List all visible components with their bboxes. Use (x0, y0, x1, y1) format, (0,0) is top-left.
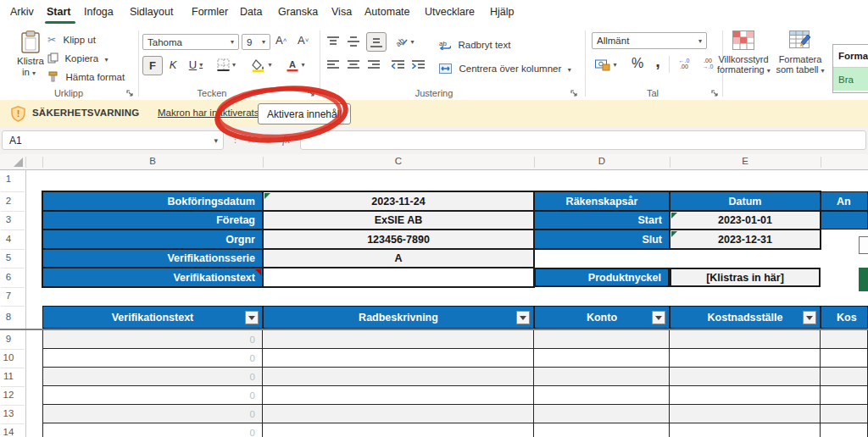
cell-D6[interactable]: Produktnyckel (534, 268, 670, 287)
cell-style-item[interactable]: Forma (833, 45, 868, 68)
cancel-icon[interactable]: ✕ (247, 134, 256, 147)
cell-E6[interactable]: [Klistras in här] (670, 268, 821, 287)
tab-visa[interactable]: Visa (331, 6, 352, 18)
cell-E10[interactable] (670, 349, 821, 368)
cell-E11[interactable] (670, 368, 821, 386)
row-header-7[interactable]: 7 (0, 290, 17, 301)
cell-D2[interactable]: Räkenskapsår (534, 191, 670, 211)
cell-F2-partial[interactable]: An (821, 191, 868, 211)
column-header-E[interactable]: E (670, 156, 821, 166)
increase-decimal-button[interactable]: ←.0.00 (675, 58, 693, 69)
cell-E4[interactable]: 2023-12-31 (670, 230, 821, 249)
column-header-C[interactable]: C (263, 156, 534, 166)
cell-F9[interactable] (821, 330, 868, 349)
cut-button[interactable]: ✂ Klipp ut (47, 31, 96, 47)
namebox-splitter-icon[interactable]: ⋮ (231, 134, 240, 145)
fill-color-button[interactable] (248, 56, 276, 74)
cell-C10[interactable] (263, 349, 534, 368)
align-middle-button[interactable] (346, 34, 361, 49)
cell-D12[interactable] (534, 386, 670, 405)
paste-button[interactable]: Klistra in (12, 30, 49, 85)
cell-C3[interactable]: ExSIE AB (263, 211, 534, 230)
tab-automate[interactable]: Automate (364, 6, 410, 18)
column-header-D[interactable]: D (534, 156, 670, 166)
increase-indent-button[interactable] (410, 58, 426, 73)
italic-button[interactable]: K (166, 56, 180, 74)
filter-dropdown-icon[interactable] (516, 311, 530, 324)
cell-D10[interactable] (534, 349, 670, 368)
cell-F11[interactable] (821, 368, 868, 386)
underline-button[interactable]: U (185, 56, 207, 74)
cell-C13[interactable] (263, 405, 534, 423)
cell-E12[interactable] (670, 386, 821, 405)
number-dialog-launcher-icon[interactable] (710, 89, 719, 97)
grow-font-button[interactable]: A˄ (275, 34, 287, 47)
table-header-verifikationstext[interactable]: Verifikationstext (42, 306, 263, 329)
row-header-6[interactable]: 6 (0, 272, 17, 282)
table-header-konto[interactable]: Konto (534, 306, 670, 329)
row-header-11[interactable]: 11 (0, 371, 17, 381)
row-header-14[interactable]: 14 (0, 427, 17, 437)
table-header-kostnadsstalle[interactable]: Kostnadsställe (670, 306, 821, 329)
conditional-formatting-button[interactable]: Villkorsstyrd formatering (717, 30, 770, 75)
row-header-4[interactable]: 4 (0, 234, 17, 244)
row-header-13[interactable]: 13 (0, 408, 17, 418)
borders-button[interactable] (214, 56, 239, 74)
font-color-button[interactable]: A (283, 56, 309, 74)
accounting-format-button[interactable] (592, 56, 620, 73)
cell-B10[interactable]: 0 (42, 349, 263, 368)
cell-D11[interactable] (534, 368, 670, 386)
merge-center-button[interactable]: Centrera över kolumner (439, 60, 571, 75)
cell-D3[interactable]: Start (534, 211, 670, 230)
tab-utvecklare[interactable]: Utvecklare (425, 6, 475, 18)
cell-F12[interactable] (821, 386, 868, 405)
cell-C6[interactable] (263, 268, 534, 287)
wrap-text-button[interactable]: ab Radbryt text (439, 36, 510, 52)
row-header-1[interactable]: 1 (0, 174, 17, 184)
filter-dropdown-icon[interactable] (652, 311, 665, 324)
cell-B4[interactable]: Orgnr (42, 230, 263, 249)
cell-C5[interactable]: A (263, 249, 534, 268)
alignment-dialog-launcher-icon[interactable] (570, 89, 578, 97)
filter-dropdown-icon[interactable] (245, 311, 259, 324)
decrease-indent-button[interactable] (390, 58, 405, 73)
name-box[interactable]: A1▾ (2, 130, 224, 150)
font-family-select[interactable]: Tahoma▾ (142, 34, 239, 50)
cell-D13[interactable] (534, 405, 670, 423)
cell-B3[interactable]: Företag (42, 211, 263, 230)
row-header-5[interactable]: 5 (0, 252, 17, 263)
clipboard-dialog-launcher-icon[interactable] (125, 89, 134, 97)
bold-button[interactable]: F (142, 56, 163, 75)
tab-infoga[interactable]: Infoga (84, 6, 114, 18)
cell-B9[interactable]: 0 (42, 330, 263, 349)
cell-E14[interactable] (670, 423, 821, 437)
partial-green-button[interactable] (859, 268, 868, 291)
align-right-button[interactable] (366, 58, 381, 73)
cell-C4[interactable]: 123456-7890 (263, 230, 534, 249)
cell-C2[interactable]: 2023-11-24 (263, 191, 534, 211)
font-dialog-launcher-icon[interactable] (307, 89, 315, 97)
row-header-12[interactable]: 12 (0, 390, 17, 400)
row-header-8[interactable]: 8 (0, 312, 17, 322)
row-header-10[interactable]: 10 (0, 352, 17, 362)
formula-input[interactable] (300, 130, 866, 150)
decrease-decimal-button[interactable]: .00→.0 (698, 58, 717, 69)
macros-disabled-link[interactable]: Makron har inaktiverats. (158, 108, 262, 118)
font-size-select[interactable]: 9▾ (242, 34, 270, 50)
cell-E2[interactable]: Datum (670, 191, 821, 211)
enable-content-button[interactable]: Aktivera innehåll (258, 103, 351, 124)
cell-D4[interactable]: Slut (534, 230, 670, 249)
cell-C12[interactable] (263, 386, 534, 405)
cell-F10[interactable] (821, 349, 868, 368)
cell-style-good[interactable]: Bra (833, 68, 868, 91)
cell-E9[interactable] (670, 330, 821, 349)
format-painter-button[interactable]: Hämta format (47, 69, 125, 84)
tab-start[interactable]: Start (47, 6, 70, 18)
align-left-button[interactable] (326, 58, 341, 73)
cell-B13[interactable]: 0 (42, 405, 263, 423)
tab-arkiv[interactable]: Arkiv (10, 6, 34, 18)
table-header-partial[interactable]: Kos (821, 306, 868, 329)
column-header-B[interactable]: B (42, 156, 263, 166)
percent-style-button[interactable]: % (627, 54, 648, 73)
format-as-table-button[interactable]: Formatera som tabell (775, 30, 826, 75)
